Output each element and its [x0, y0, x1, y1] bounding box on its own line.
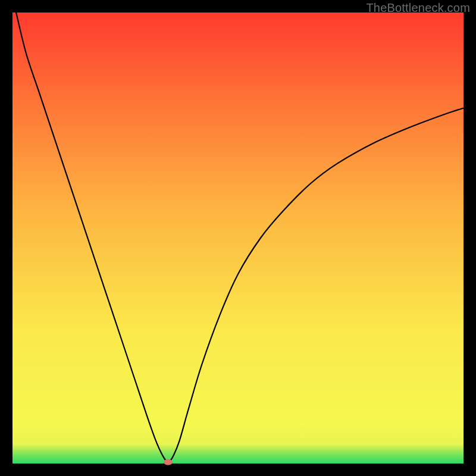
attribution-label: TheBottleneck.com	[366, 1, 470, 15]
curve-svg	[12, 12, 464, 464]
minimum-marker	[164, 459, 173, 465]
bottleneck-curve	[16, 12, 464, 462]
plot-area	[12, 12, 464, 464]
chart-frame: TheBottleneck.com	[0, 0, 476, 476]
